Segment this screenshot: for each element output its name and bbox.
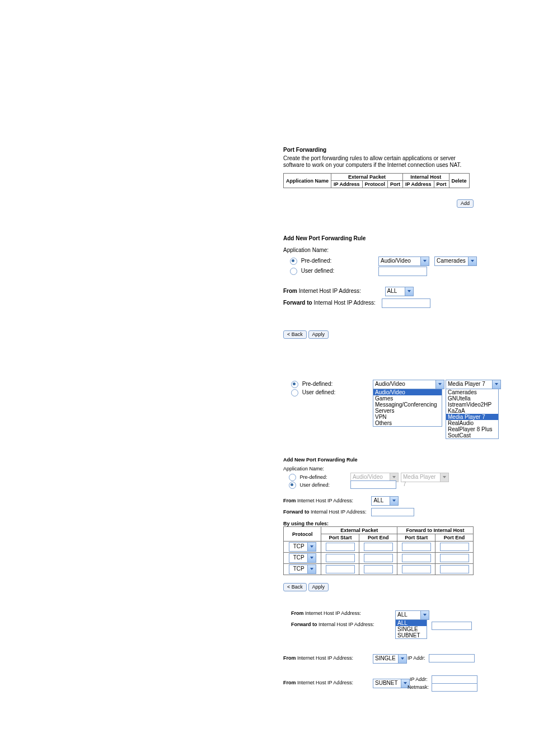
input-port[interactable] <box>402 543 431 551</box>
list-item[interactable]: Others <box>373 420 442 426</box>
radio-userdefined-ex[interactable] <box>291 389 298 396</box>
list-item[interactable]: Games <box>373 395 442 402</box>
radio-predefined-ex[interactable] <box>291 381 298 388</box>
ex-from-strong-3: From <box>283 680 296 685</box>
input-port[interactable] <box>326 543 355 551</box>
label-userdefined-ex: User defined: <box>302 389 335 395</box>
section-description: Create the port forwarding rules to allo… <box>283 155 474 169</box>
input-port[interactable] <box>364 554 393 562</box>
radio-userdefined-2[interactable] <box>289 482 296 489</box>
label-app-name-2: Application Name: <box>283 466 474 472</box>
col-delete: Delete <box>449 174 469 188</box>
input-port[interactable] <box>440 565 469 573</box>
list-item[interactable]: SINGLE <box>396 626 427 632</box>
list-item[interactable]: RealAudio <box>446 420 498 426</box>
input-single-ip[interactable] <box>429 654 475 662</box>
input-port[interactable] <box>364 543 393 551</box>
label-fwd-rest: Internal Host IP Address: <box>312 300 376 306</box>
table-row: TCP <box>284 564 474 575</box>
input-port[interactable] <box>440 543 469 551</box>
col-ext-port: Port <box>388 181 403 188</box>
label-ipaddr: IP Addr: <box>407 655 425 661</box>
select-protocol[interactable]: TCP <box>289 564 316 574</box>
ex-from-rest-2: Internet Host IP Address: <box>296 655 353 661</box>
chevron-down-icon <box>390 497 398 505</box>
input-forward-ip-ex[interactable] <box>432 622 472 630</box>
from-host-examples: From Internet Host IP Address: ALL ALL S… <box>283 610 474 697</box>
list-item[interactable]: Media Player 7 <box>446 414 498 420</box>
back-button-2[interactable]: < Back <box>283 583 307 591</box>
list-item[interactable]: Messaging/Conferencing <box>373 402 442 408</box>
select-protocol[interactable]: TCP <box>289 542 316 552</box>
select-application-ex[interactable]: Media Player 7 <box>446 380 501 389</box>
col-app-name: Application Name <box>284 174 331 188</box>
input-forward-ip[interactable] <box>382 298 430 308</box>
input-port[interactable] <box>326 554 355 562</box>
label-from-rest-2: Internet Host IP Address: <box>296 498 353 503</box>
col-port-start-ext: Port Start <box>321 534 359 542</box>
list-item[interactable]: Servers <box>373 408 442 414</box>
list-item[interactable]: IstreamVideo2HP <box>446 402 498 408</box>
select-from-single[interactable]: SINGLE <box>373 654 407 664</box>
input-subnet-ip[interactable] <box>432 675 477 684</box>
select-protocol[interactable]: TCP <box>289 553 316 563</box>
listbox-application[interactable]: Camerades GNUtella IstreamVideo2HP KaZaA… <box>446 389 499 439</box>
list-item[interactable]: VPN <box>373 414 442 420</box>
col-int-ip: IP Address <box>403 181 434 188</box>
input-userdefined-name-2[interactable] <box>350 480 396 489</box>
rules-table: Application Name External Packet Interna… <box>283 173 470 188</box>
apply-button-2[interactable]: Apply <box>308 583 329 591</box>
list-item[interactable]: GNUtella <box>446 395 498 402</box>
ex-fwd-strong: Forward to <box>291 622 317 627</box>
listbox-category[interactable]: Audio/Video Games Messaging/Conferencing… <box>373 389 442 427</box>
label-predefined: Pre-defined: <box>301 258 331 264</box>
list-item[interactable]: ALL <box>396 620 427 626</box>
list-item[interactable]: SoutCast <box>446 432 498 438</box>
select-from-subnet[interactable]: SUBNET <box>373 679 410 688</box>
listbox-from-all[interactable]: ALL SINGLE SUBNET <box>395 619 427 639</box>
radio-predefined-2[interactable] <box>289 474 296 481</box>
input-port[interactable] <box>326 565 355 573</box>
chevron-down-icon <box>405 287 413 296</box>
list-item[interactable]: Audio/Video <box>373 389 442 395</box>
label-from-rest: Internet Host IP Address: <box>297 288 361 294</box>
col-group-external: External Packet <box>331 174 403 181</box>
rules-edit-table: Protocol External Packet Forward to Inte… <box>283 526 474 575</box>
section-title: Port Forwarding <box>283 147 474 153</box>
list-item[interactable]: SUBNET <box>396 632 427 638</box>
chevron-down-icon <box>307 554 316 562</box>
col-group-forward: Forward to Internal Host <box>397 527 474 534</box>
radio-userdefined[interactable] <box>290 268 297 275</box>
apply-button[interactable]: Apply <box>308 330 329 339</box>
input-forward-ip-2[interactable] <box>371 508 414 516</box>
col-ext-ip: IP Address <box>331 181 363 188</box>
input-userdefined-name[interactable] <box>378 267 427 276</box>
col-port-end-int: Port End <box>435 534 474 542</box>
rules-title: By using the rules: <box>283 521 474 526</box>
input-port[interactable] <box>402 565 431 573</box>
ex-from-strong-2: From <box>283 655 296 661</box>
port-forwarding-section: Port Forwarding Create the port forwardi… <box>283 147 474 208</box>
radio-predefined[interactable] <box>290 258 297 265</box>
select-category[interactable]: Audio/Video <box>378 256 429 266</box>
col-ext-proto: Protocol <box>362 181 388 188</box>
select-from-host[interactable]: ALL <box>385 287 414 296</box>
select-application[interactable]: Camerades <box>434 256 477 266</box>
add-button[interactable]: Add <box>457 199 474 208</box>
input-port[interactable] <box>440 554 469 562</box>
select-category-ex[interactable]: Audio/Video <box>373 380 444 389</box>
select-from-host-2[interactable]: ALL <box>371 496 399 506</box>
list-item[interactable]: RealPlayer 8 Plus <box>446 426 498 432</box>
back-button[interactable]: < Back <box>283 330 307 339</box>
input-port[interactable] <box>402 554 431 562</box>
input-port[interactable] <box>364 565 393 573</box>
add-rule-form-2: Add New Port Forwarding Rule Application… <box>283 457 474 591</box>
list-item[interactable]: Camerades <box>446 389 498 395</box>
select-from-all[interactable]: ALL <box>395 610 429 620</box>
input-subnet-netmask[interactable] <box>432 683 477 692</box>
list-item[interactable]: KaZaA <box>446 408 498 414</box>
table-row: TCP <box>284 553 474 564</box>
ex-from-strong: From <box>291 610 304 616</box>
chevron-down-icon <box>440 473 448 482</box>
ex-fwd-rest: Internal Host IP Address: <box>317 622 374 627</box>
